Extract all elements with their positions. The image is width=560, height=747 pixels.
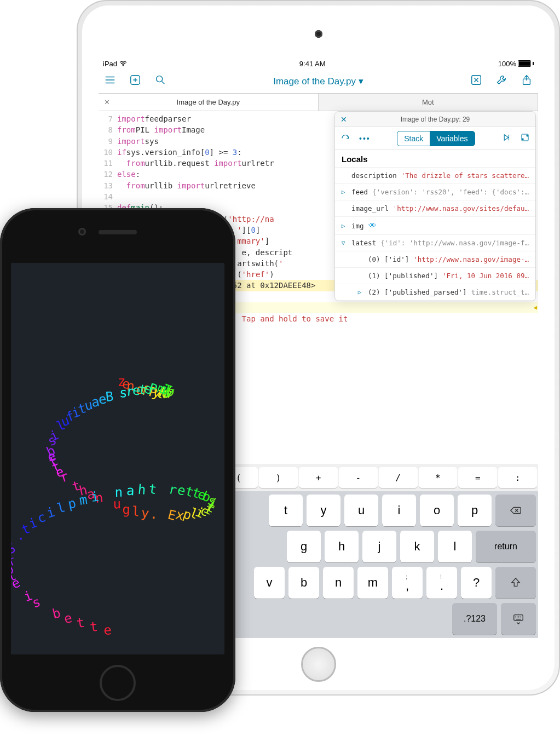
debugger-toolbar: ••• Stack Variables xyxy=(335,127,535,150)
key-extra[interactable]: * xyxy=(419,467,458,488)
spiral-char: b xyxy=(51,605,62,622)
key[interactable]: p xyxy=(458,495,492,526)
status-bar: iPad 9:41 AM 100% xyxy=(99,58,538,70)
variable-row[interactable]: ▽latest {'id': 'http://www.nasa.gov/imag… xyxy=(335,235,535,251)
spiral-char: a xyxy=(126,483,134,499)
step-over-icon[interactable] xyxy=(340,133,350,144)
spiral-canvas: zen of Python, by Tim Peters Beautiful i… xyxy=(11,263,224,654)
spiral-char: . xyxy=(149,506,160,522)
debugger-panel: ✕ Image of the Day.py: 29 ••• Stack Vari… xyxy=(334,111,536,301)
ipad-camera xyxy=(315,30,322,38)
tab-label: Image of the Day.py xyxy=(177,98,240,106)
key[interactable]: u xyxy=(344,495,378,526)
eye-icon[interactable]: 👁 xyxy=(368,221,377,231)
svg-point-0 xyxy=(123,65,124,66)
editor-tabs: ✕ Image of the Day.py Mot xyxy=(99,94,538,111)
key[interactable]: t xyxy=(269,495,303,526)
key-hide-keyboard[interactable] xyxy=(501,603,536,635)
key[interactable]: m xyxy=(357,567,388,599)
tab-label: Mot xyxy=(422,98,434,106)
spiral-char: i xyxy=(45,504,57,521)
key-shift[interactable] xyxy=(495,567,536,599)
carrier-label: iPad xyxy=(103,60,117,68)
spiral-char: l xyxy=(131,504,141,520)
spiral-char: g xyxy=(122,502,130,517)
key[interactable]: v xyxy=(254,567,285,599)
key-extra[interactable]: = xyxy=(458,467,497,488)
wrench-icon[interactable] xyxy=(495,74,507,89)
close-icon[interactable]: ✕ xyxy=(104,98,110,106)
variable-child-row[interactable]: (0) ['id'] 'http://www.nasa.gov/image-fe… xyxy=(335,251,535,268)
spiral-char: t xyxy=(148,481,158,497)
share-icon[interactable] xyxy=(521,74,533,89)
iphone-home-button[interactable] xyxy=(100,665,136,701)
spiral-char: e xyxy=(11,574,22,591)
ipad-home-button[interactable] xyxy=(301,647,336,682)
spiral-char: p xyxy=(67,496,78,512)
variable-row[interactable]: image_url 'http://www.nasa.gov/sites/def… xyxy=(335,200,535,217)
spiral-char: r xyxy=(58,468,71,485)
key-return[interactable]: return xyxy=(476,531,536,562)
clear-icon[interactable] xyxy=(470,74,482,89)
status-left: iPad xyxy=(103,60,127,68)
spiral-char: t xyxy=(89,619,99,635)
key-extra[interactable]: + xyxy=(299,467,338,488)
more-icon[interactable]: ••• xyxy=(359,134,371,143)
spiral-char: n xyxy=(114,485,123,500)
key-extra[interactable]: - xyxy=(339,467,378,488)
expand-icon[interactable] xyxy=(520,133,530,144)
key[interactable]: ? xyxy=(461,567,492,599)
variable-child-row[interactable]: (1) ['published'] 'Fri, 10 Jun 2016 09:5… xyxy=(335,268,535,284)
spiral-char: e xyxy=(103,622,112,638)
key[interactable]: n xyxy=(323,567,354,599)
variable-row[interactable]: ▷img 👁 xyxy=(335,217,535,235)
key[interactable]: g xyxy=(287,531,321,562)
locals-header: Locals xyxy=(335,150,535,168)
continue-icon[interactable] xyxy=(501,133,511,144)
menu-icon[interactable] xyxy=(104,74,116,89)
stack-variables-segmented: Stack Variables xyxy=(397,131,475,146)
svg-point-2 xyxy=(157,76,163,82)
battery-icon xyxy=(518,60,531,67)
spiral-char: l xyxy=(55,499,67,516)
debugger-titlebar: ✕ Image of the Day.py: 29 xyxy=(335,112,535,127)
key[interactable]: i xyxy=(382,495,416,526)
variable-row[interactable]: description 'The drizzle of stars scatte… xyxy=(335,168,535,184)
main-toolbar: Image of the Day.py ▾ xyxy=(99,70,538,94)
spiral-char: s xyxy=(30,594,42,611)
tab-active[interactable]: ✕ Image of the Day.py xyxy=(99,94,319,111)
key[interactable]: ;, xyxy=(392,567,423,599)
spiral-char: t xyxy=(76,615,85,631)
key-extra[interactable]: / xyxy=(379,467,418,488)
segment-variables[interactable]: Variables xyxy=(430,131,474,146)
key[interactable]: !. xyxy=(426,567,457,599)
battery-label: 100% xyxy=(498,60,516,68)
add-icon[interactable] xyxy=(129,74,141,89)
key-numbers[interactable]: .?123 xyxy=(452,603,497,635)
segment-stack[interactable]: Stack xyxy=(397,131,430,146)
key[interactable]: l xyxy=(438,531,472,562)
wifi-icon xyxy=(119,60,127,68)
key[interactable]: y xyxy=(307,495,340,526)
key-extra[interactable]: : xyxy=(498,467,537,488)
status-battery: 100% xyxy=(498,60,534,68)
iphone-screen: zen of Python, by Tim Peters Beautiful i… xyxy=(11,263,224,654)
iphone-camera xyxy=(78,228,86,235)
document-title[interactable]: Image of the Day.py ▾ xyxy=(166,76,470,87)
spiral-char: s xyxy=(119,385,128,400)
variable-row[interactable]: ▷feed {'version': 'rss20', 'feed': {'doc… xyxy=(335,184,535,200)
close-icon[interactable]: ✕ xyxy=(340,115,347,124)
key-extra[interactable]: ) xyxy=(259,467,298,488)
key[interactable]: h xyxy=(325,531,359,562)
iphone-speaker xyxy=(99,230,137,234)
spiral-char: h xyxy=(137,482,147,498)
tab-other[interactable]: Mot xyxy=(319,94,539,111)
key[interactable] xyxy=(495,495,536,526)
key[interactable]: j xyxy=(362,531,396,562)
key[interactable]: o xyxy=(420,495,454,526)
key[interactable]: b xyxy=(288,567,319,599)
status-time: 9:41 AM xyxy=(299,60,326,68)
key[interactable]: k xyxy=(400,531,434,562)
search-icon[interactable] xyxy=(154,74,166,89)
variable-child-row[interactable]: ▷(2) ['published_parsed'] time.struct_ti… xyxy=(335,284,535,301)
